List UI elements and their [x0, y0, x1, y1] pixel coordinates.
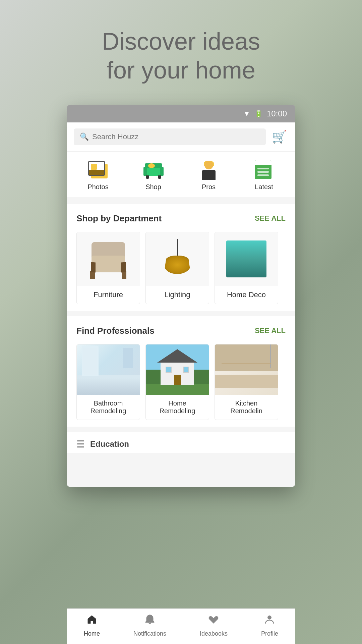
- hero-section: Discover ideas for your home: [0, 0, 362, 105]
- search-bar: 🔍 🛒: [67, 122, 295, 152]
- education-icon: ☰: [76, 439, 85, 450]
- nav-item-shop[interactable]: Shop: [135, 158, 172, 194]
- shop-cards-row: Furniture Lighting: [76, 232, 286, 304]
- shop-see-all-button[interactable]: SEE ALL: [255, 214, 286, 223]
- battery-icon: 🔋: [254, 110, 263, 118]
- cart-button[interactable]: 🛒: [270, 128, 288, 145]
- furniture-label: Furniture: [77, 286, 140, 304]
- main-navigation: Photos Shop: [67, 152, 295, 197]
- nav-label-latest: Latest: [255, 183, 273, 191]
- pro-cards-row: BathroomRemodeling Home Remodeling: [76, 344, 286, 420]
- education-section-partial: ☰ Education: [67, 432, 295, 453]
- furniture-illustration: [85, 239, 132, 279]
- nav-label-photos: Photos: [87, 183, 108, 191]
- pros-icon: [197, 160, 221, 180]
- status-bar: ▼ 🔋 10:00: [67, 105, 295, 122]
- lighting-image: [146, 232, 209, 286]
- shop-card-lighting[interactable]: Lighting: [145, 232, 209, 304]
- education-label: Education: [90, 439, 129, 449]
- pro-card-kitchen[interactable]: KitchenRemodelin: [215, 344, 278, 420]
- home-deco-image: [215, 232, 278, 286]
- furniture-image: [77, 232, 140, 286]
- kitchen-image: [215, 344, 278, 395]
- kitchen-label: KitchenRemodelin: [215, 395, 278, 420]
- house-image: [146, 344, 209, 395]
- bathroom-label: BathroomRemodeling: [77, 395, 140, 420]
- shop-card-furniture[interactable]: Furniture: [76, 232, 140, 304]
- nav-item-pros[interactable]: Pros: [190, 158, 227, 194]
- pros-section-title: Find Professionals: [76, 326, 155, 336]
- nav-item-latest[interactable]: Latest: [246, 158, 283, 194]
- shop-section-title: Shop by Department: [76, 213, 162, 224]
- search-input[interactable]: [92, 132, 260, 141]
- hero-line2: for your home: [107, 57, 255, 84]
- shop-section: Shop by Department SEE ALL: [67, 204, 295, 311]
- photos-icon: [86, 160, 110, 180]
- shop-section-header: Shop by Department SEE ALL: [76, 213, 286, 224]
- search-icon: 🔍: [80, 132, 89, 141]
- home-deco-illustration: [226, 240, 266, 277]
- lighting-label: Lighting: [146, 286, 209, 304]
- wifi-icon: ▼: [243, 109, 250, 118]
- lighting-illustration: [161, 239, 194, 282]
- phone-frame: ▼ 🔋 10:00 🔍 🛒 Photos: [67, 105, 295, 487]
- bathroom-image: [77, 344, 140, 395]
- shop-icon: [142, 160, 165, 180]
- hero-title: Discover ideas for your home: [20, 27, 342, 85]
- nav-item-photos[interactable]: Photos: [80, 158, 117, 194]
- pros-see-all-button[interactable]: SEE ALL: [255, 326, 286, 335]
- content-area: Shop by Department SEE ALL: [67, 197, 295, 487]
- search-input-wrap[interactable]: 🔍: [74, 128, 266, 145]
- status-time: 10:00: [267, 109, 287, 118]
- nav-label-pros: Pros: [202, 183, 216, 191]
- pros-section: Find Professionals SEE ALL BathroomRemod…: [67, 316, 295, 427]
- shop-card-home-deco[interactable]: Home Deco: [215, 232, 278, 304]
- home-deco-label: Home Deco: [215, 286, 278, 304]
- nav-label-shop: Shop: [145, 183, 161, 191]
- pros-section-header: Find Professionals SEE ALL: [76, 326, 286, 336]
- hero-line1: Discover ideas: [102, 28, 260, 55]
- home-remodeling-label: Home Remodeling: [146, 395, 209, 420]
- pro-card-bathroom[interactable]: BathroomRemodeling: [76, 344, 140, 420]
- pro-card-home-remodeling[interactable]: Home Remodeling: [145, 344, 209, 420]
- latest-icon: [252, 160, 276, 180]
